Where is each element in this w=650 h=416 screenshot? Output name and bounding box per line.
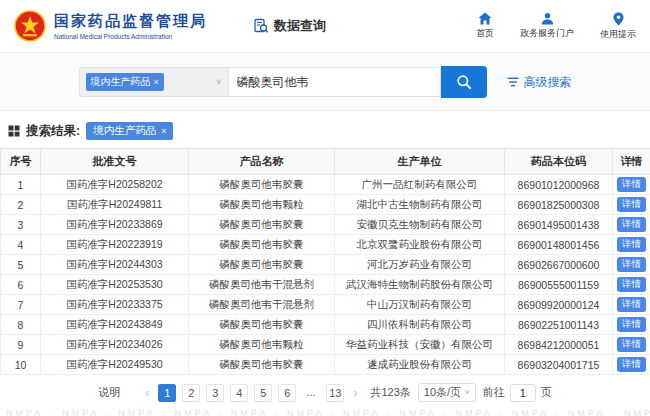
table-cell: 北京双鹭药业股份有限公司 (335, 235, 505, 255)
table-cell: 86902667000600 (505, 255, 613, 275)
home-link[interactable]: 首页 (476, 12, 494, 41)
col-header-index: 序号 (1, 149, 41, 175)
page-size-value: 10条/页 (424, 385, 461, 400)
user-icon (541, 12, 554, 25)
page-number[interactable]: 4 (230, 384, 248, 402)
col-header-approval-no: 批准文号 (41, 149, 189, 175)
org-name-cn: 国家药品监督管理局 (54, 12, 207, 31)
detail-button[interactable]: 详情 (617, 357, 646, 372)
detail-button[interactable]: 详情 (617, 257, 646, 272)
table-cell: 4 (1, 235, 41, 255)
table-cell: 磷酸奥司他韦颗粒 (189, 335, 335, 355)
table-cell-detail: 详情 (613, 275, 650, 295)
page-number[interactable]: 13 (326, 384, 344, 402)
gov-portal-link[interactable]: 政务服务门户 (520, 12, 574, 41)
table-cell: 1 (1, 175, 41, 195)
table-cell-detail: 详情 (613, 315, 650, 335)
data-query-icon (253, 18, 269, 34)
page-number[interactable]: 5 (254, 384, 272, 402)
table-cell: 广州一品红制药有限公司 (335, 175, 505, 195)
col-header-detail: 详情 (613, 149, 650, 175)
table-cell-detail: 详情 (613, 235, 650, 255)
table-row: 8国药准字H20243849磷酸奥司他韦胶囊四川依科制药有限公司86902251… (1, 315, 650, 335)
table-cell: 86902251001143 (505, 315, 613, 335)
table-cell: 武汉海特生物制药股份有限公司 (335, 275, 505, 295)
home-label: 首页 (476, 27, 494, 40)
page-size-select[interactable]: 10条/页 ˅ (418, 383, 476, 402)
results-label: 搜索结果: (26, 123, 80, 140)
chevron-down-icon: ˅ (465, 388, 470, 397)
table-cell: 国药准字H20233375 (41, 295, 189, 315)
goto-page: 前往 页 (483, 384, 552, 402)
filter-tag-close-icon[interactable]: × (161, 126, 166, 136)
search-button[interactable] (441, 66, 487, 98)
table-cell: 安徽贝克生物制药有限公司 (335, 215, 505, 235)
pin-icon (613, 12, 624, 26)
category-tag[interactable]: 境内生产药品 × (86, 73, 164, 91)
table-cell: 磷酸奥司他韦胶囊 (189, 315, 335, 335)
table-cell: 86900555001159 (505, 275, 613, 295)
table-cell: 国药准字H20234026 (41, 335, 189, 355)
results-row: 搜索结果: 境内生产药品 × (0, 111, 650, 148)
table-cell: 国药准字H20249530 (41, 355, 189, 375)
page-number[interactable]: 3 (206, 384, 224, 402)
table-cell: 磷酸奥司他韦胶囊 (189, 235, 335, 255)
table-row: 4国药准字H20223919磷酸奥司他韦胶囊北京双鹭药业股份有限公司869001… (1, 235, 650, 255)
page-ellipsis: ... (302, 384, 320, 402)
col-header-drug-code: 药品本位码 (505, 149, 613, 175)
search-band: 境内生产药品 × ˅ 高级搜索 (0, 52, 650, 111)
detail-button[interactable]: 详情 (617, 317, 646, 332)
usage-tips-link[interactable]: 使用提示 (600, 12, 636, 41)
table-cell: 86901825000308 (505, 195, 613, 215)
total-count: 共123条 (370, 385, 410, 400)
category-tag-close-icon[interactable]: × (154, 77, 159, 87)
table-row: 10国药准字H20249530磷酸奥司他韦胶囊遂成药业股份有限公司8690320… (1, 355, 650, 375)
note-link[interactable]: 说明 (98, 385, 120, 400)
table-cell: 国药准字H20258202 (41, 175, 189, 195)
table-cell: 2 (1, 195, 41, 215)
detail-button[interactable]: 详情 (617, 217, 646, 232)
page-number[interactable]: 6 (278, 384, 296, 402)
detail-button[interactable]: 详情 (617, 237, 646, 252)
table-cell: 86903204001715 (505, 355, 613, 375)
chevron-down-icon: ˅ (216, 77, 221, 87)
next-page-icon[interactable]: › (351, 386, 359, 400)
results-table-body: 1国药准字H20258202磷酸奥司他韦胶囊广州一品红制药有限公司8690101… (1, 175, 650, 375)
results-filter-tag-label: 境内生产药品 (93, 124, 156, 138)
table-row: 3国药准字H20233869磷酸奥司他韦胶囊安徽贝克生物制药有限公司869014… (1, 215, 650, 235)
table-cell: 国药准字H20233869 (41, 215, 189, 235)
advanced-search-link[interactable]: 高级搜索 (507, 74, 572, 91)
table-row: 7国药准字H20233375磷酸奥司他韦干混悬剂中山万汉制药有限公司869099… (1, 295, 650, 315)
table-cell: 磷酸奥司他韦胶囊 (189, 215, 335, 235)
table-cell: 遂成药业股份有限公司 (335, 355, 505, 375)
table-header-row: 序号 批准文号 产品名称 生产单位 药品本位码 详情 (1, 149, 650, 175)
detail-button[interactable]: 详情 (617, 337, 646, 352)
prev-page-icon[interactable]: ‹ (143, 386, 151, 400)
results-table: 序号 批准文号 产品名称 生产单位 药品本位码 详情 1国药准字H2025820… (0, 148, 650, 375)
page-number[interactable]: 2 (182, 384, 200, 402)
results-filter-tag[interactable]: 境内生产药品 × (86, 122, 173, 140)
search-icon (456, 74, 472, 90)
detail-button[interactable]: 详情 (617, 197, 646, 212)
page-list: 123456...13 (158, 384, 344, 402)
table-row: 1国药准字H20258202磷酸奥司他韦胶囊广州一品红制药有限公司8690101… (1, 175, 650, 195)
page-number[interactable]: 1 (158, 384, 176, 402)
table-cell: 磷酸奥司他韦胶囊 (189, 175, 335, 195)
table-cell: 8 (1, 315, 41, 335)
table-row: 9国药准字H20234026磷酸奥司他韦颗粒华益药业科技（安徽）有限公司8698… (1, 335, 650, 355)
category-select[interactable]: 境内生产药品 × ˅ (79, 67, 229, 97)
detail-button[interactable]: 详情 (617, 297, 646, 312)
header: 国家药品监督管理局 National Medical Products Admi… (0, 0, 650, 52)
brand-text: 国家药品监督管理局 National Medical Products Admi… (54, 12, 207, 40)
goto-page-input[interactable] (510, 384, 536, 402)
detail-button[interactable]: 详情 (617, 277, 646, 292)
table-cell: 磷酸奥司他韦胶囊 (189, 255, 335, 275)
nav-data-query-label: 数据查询 (274, 17, 326, 35)
home-icon (478, 12, 492, 25)
table-cell: 国药准字H20253530 (41, 275, 189, 295)
table-cell-detail: 详情 (613, 335, 650, 355)
table-cell-detail: 详情 (613, 175, 650, 195)
detail-button[interactable]: 详情 (617, 177, 646, 192)
nav-data-query[interactable]: 数据查询 (253, 17, 326, 35)
search-input[interactable] (229, 67, 441, 97)
